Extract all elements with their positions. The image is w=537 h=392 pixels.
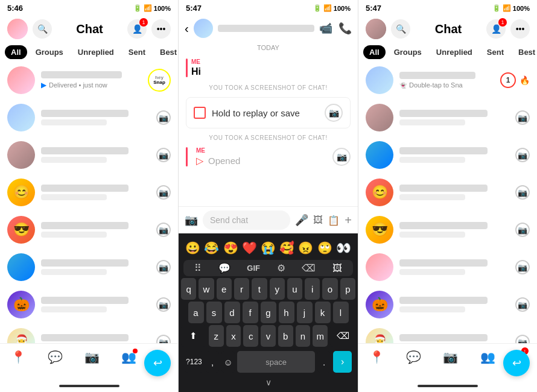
key-g[interactable]: g [261,302,276,323]
tab-groups-left[interactable]: Groups [30,45,69,59]
key-e[interactable]: e [217,278,232,300]
tab-bestfriend-right[interactable]: Best Frien [512,45,537,59]
camera-action[interactable]: 📷 [515,297,530,312]
key-d[interactable]: d [224,302,240,323]
key-z[interactable]: z [209,325,224,347]
camera-action[interactable]: 📷 [156,223,171,237]
key-m[interactable]: m [313,325,328,347]
tab-bestfriend-left[interactable]: Best Frien [154,45,178,59]
tab-groups-right[interactable]: Groups [388,45,428,59]
key-i[interactable]: i [305,278,320,300]
key-h[interactable]: h [279,302,294,323]
user-avatar-left[interactable] [7,19,28,39]
map-nav-right[interactable]: 📍 [369,350,384,364]
list-item[interactable]: 📷 [358,99,537,136]
emoji-3[interactable]: 😍 [223,241,238,255]
map-nav[interactable]: 📍 [11,350,26,364]
attachment-icon[interactable]: 🖼 [313,215,323,226]
user-avatar-right[interactable] [366,19,386,39]
key-j[interactable]: j [297,302,313,323]
kb-grid-icon[interactable]: ⠿ [194,262,202,274]
chat-nav-right[interactable]: 💬 [406,350,421,364]
more-button-left[interactable]: ••• [151,19,171,39]
kb-delete-icon[interactable]: ⌫ [302,262,316,274]
send-chat-input[interactable]: Send chat [203,210,290,230]
add-friend-button-right[interactable]: 👤 [486,19,506,39]
camera-nav-right[interactable]: 📷 [443,350,458,364]
key-r[interactable]: r [234,278,249,300]
camera-action[interactable]: 📷 [515,148,530,162]
emoji-4[interactable]: ❤️ [242,241,257,255]
camera-action[interactable]: 📷 [515,185,530,200]
camera-action[interactable]: 📷 [156,148,171,162]
emoji-1[interactable]: 😀 [185,241,200,255]
key-period[interactable]: . [317,351,331,373]
kb-settings-icon[interactable]: ⚙ [277,262,285,274]
sticker-icon[interactable]: 📋 [328,215,340,226]
compose-fab-right[interactable]: ↩ [503,350,530,376]
list-item[interactable]: 📷 [0,99,178,136]
search-button-right[interactable]: 🔍 [391,19,410,39]
camera-action[interactable]: 📷 [156,335,171,343]
emoji-6[interactable]: 🥰 [279,241,294,255]
list-item[interactable]: 😎 📷 [358,211,537,248]
voice-call-icon[interactable]: 📞 [338,22,352,35]
list-item[interactable]: 😊 📷 [0,174,178,211]
camera-action[interactable]: 📷 [515,260,530,274]
snap-button[interactable]: hey Snap [148,69,171,92]
key-w[interactable]: w [199,278,214,300]
list-item[interactable]: 📷 [0,248,178,286]
list-item[interactable]: 📷 [358,248,537,286]
search-button-left[interactable]: 🔍 [33,19,52,39]
tab-sent-right[interactable]: Sent [481,45,510,59]
key-a[interactable]: a [188,302,204,323]
hold-to-replay-snap[interactable]: Hold to replay or save 📷 [186,97,351,128]
emoji-8[interactable]: 🙄 [317,241,332,255]
key-f[interactable]: f [243,302,258,323]
list-item[interactable]: ▶ Delivered • just now hey Snap [0,62,178,99]
key-q[interactable]: q [181,278,196,300]
key-p[interactable]: p [340,278,355,300]
key-send[interactable]: › [333,351,352,373]
key-c[interactable]: c [243,325,258,347]
emoji-2[interactable]: 😂 [204,241,219,255]
camera-action[interactable]: 📷 [156,110,171,125]
camera-action[interactable]: 📷 [156,185,171,200]
key-shift[interactable]: ⬆ [181,325,206,347]
key-t[interactable]: t [252,278,267,300]
list-item[interactable]: 😎 📷 [0,211,178,248]
key-k[interactable]: k [315,302,331,323]
camera-nav[interactable]: 📷 [84,350,100,364]
kb-chat-icon[interactable]: 💬 [218,262,230,274]
key-y[interactable]: y [270,278,285,300]
mic-icon[interactable]: 🎤 [295,213,308,227]
camera-action[interactable]: 📷 [515,110,530,125]
keyboard-collapse[interactable]: ∨ [181,375,355,390]
snap-camera-btn[interactable]: 📷 [325,104,343,122]
tab-unreplied-right[interactable]: Unreplied [430,45,478,59]
key-n[interactable]: n [296,325,311,347]
video-call-icon[interactable]: 📹 [319,22,332,35]
camera-action[interactable]: 📷 [156,260,171,274]
list-item[interactable]: 🎃 📷 [358,286,537,323]
key-v[interactable]: v [261,325,276,347]
list-item[interactable]: 🎃 📷 [0,286,178,323]
camera-action[interactable]: 📷 [156,297,171,312]
opened-camera-btn[interactable]: 📷 [332,148,351,166]
list-item[interactable]: 🎅 📷 [358,323,537,343]
tab-all-right[interactable]: All [363,45,386,59]
back-button[interactable]: ‹ [185,22,189,36]
key-s[interactable]: s [206,302,222,323]
key-backspace[interactable]: ⌫ [330,325,355,347]
key-x[interactable]: x [226,325,241,347]
friends-nav[interactable]: 👥 [121,350,136,364]
key-b[interactable]: b [278,325,293,347]
list-item[interactable]: 📷 [0,136,178,174]
list-item[interactable]: 📷 [358,136,537,174]
tab-sent-left[interactable]: Sent [122,45,151,59]
key-emoji[interactable]: ☺ [221,351,235,373]
camera-action[interactable]: 📷 [515,335,530,343]
kb-gif-btn[interactable]: GIF [247,264,260,273]
key-space[interactable]: space [237,351,315,373]
chat-nav[interactable]: 💬 [48,350,63,364]
